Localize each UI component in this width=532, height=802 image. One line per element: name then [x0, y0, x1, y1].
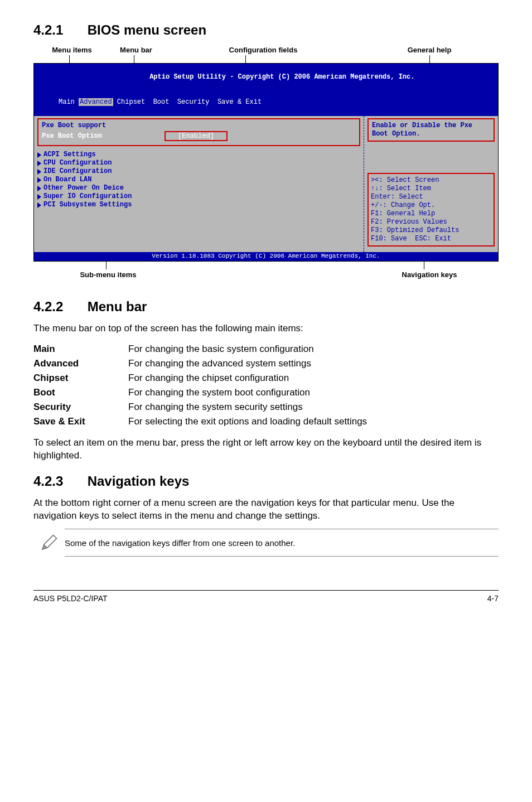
bios-tab-boot[interactable]: Boot: [153, 98, 170, 106]
table-row: MainFor changing the basic system config…: [33, 342, 367, 356]
submenu-item[interactable]: Super IO Configuration: [37, 192, 360, 201]
general-help-text: Enable or Disable the Pxe Boot Option.: [372, 122, 490, 138]
general-help-box: Enable or Disable the Pxe Boot Option.: [367, 118, 495, 142]
annot-nav-keys: Navigation keys: [362, 270, 496, 279]
bios-body: Pxe Boot support Pxe Boot Option [Enable…: [34, 116, 498, 252]
note-text: Some of the navigation keys differ from …: [65, 538, 499, 548]
annot-menu-bar: Menu bar: [108, 46, 164, 54]
bios-tab-main[interactable]: Main: [59, 98, 75, 106]
submenu-item[interactable]: Other Power On Deice: [37, 184, 360, 192]
bios-tab-chipset[interactable]: Chipset: [117, 98, 145, 106]
section-title-text: BIOS menu screen: [88, 22, 206, 37]
section-title-text: Navigation keys: [88, 474, 190, 489]
pencil-note-icon: [33, 533, 65, 553]
note-block: Some of the navigation keys differ from …: [33, 529, 499, 557]
bios-tab-advanced[interactable]: Advanced: [79, 98, 113, 106]
bios-screenshot: Aptio Setup Utility - Copyright (C) 2006…: [33, 63, 499, 262]
submenu-arrow-icon: [37, 186, 41, 191]
section-4-2-2-heading: 4.2.2 Menu bar: [33, 299, 499, 315]
footer-right: 4-7: [487, 594, 499, 603]
bios-header: Aptio Setup Utility - Copyright (C) 2006…: [34, 64, 498, 90]
footer-left: ASUS P5LD2-C/IPAT: [33, 594, 108, 603]
pxe-option-label[interactable]: Pxe Boot Option: [42, 132, 142, 141]
bios-right-pane: Enable or Disable the Pxe Boot Option. >…: [364, 116, 498, 252]
section-title-text: Menu bar: [88, 299, 147, 314]
menu-bar-table: MainFor changing the basic system config…: [33, 342, 367, 429]
submenu-item[interactable]: IDE Configuration: [37, 167, 360, 176]
annot-general-help: General help: [362, 46, 496, 54]
bios-footer: Version 1.18.1083 Copyright (C) 2006 Ame…: [34, 252, 498, 261]
submenu-arrow-icon: [37, 152, 41, 158]
section-number: 4.2.3: [33, 474, 84, 489]
submenu-item[interactable]: On Board LAN: [37, 176, 360, 184]
table-row: BootFor changing the system boot configu…: [33, 385, 367, 400]
submenu-arrow-icon: [37, 177, 41, 183]
bios-tab-bar: Main Advanced Chipset Boot Security Save…: [34, 90, 498, 116]
pxe-option-value[interactable]: [Enabled]: [165, 131, 228, 141]
menu-bar-intro: The menu bar on top of the screen has th…: [33, 322, 499, 335]
pxe-support-label: Pxe Boot support: [42, 122, 142, 130]
table-row: SecurityFor changing the system security…: [33, 400, 367, 414]
annotation-lines-top: [33, 55, 499, 63]
page-footer: ASUS P5LD2-C/IPAT 4-7: [33, 590, 499, 603]
annotation-labels-top: Menu items Menu bar Configuration fields…: [33, 46, 499, 54]
table-row: Save & ExitFor selecting the exit option…: [33, 414, 367, 429]
submenu-arrow-icon: [37, 161, 41, 166]
navigation-keys-text: ><: Select Screen ↑↓: Select Item Enter:…: [371, 176, 491, 243]
annotation-labels-bottom: Sub-menu items Navigation keys: [33, 270, 499, 279]
section-4-2-3-heading: 4.2.3 Navigation keys: [33, 474, 499, 489]
annot-config-fields: Configuration fields: [164, 46, 362, 54]
submenu-arrow-icon: [37, 169, 41, 175]
nav-keys-paragraph: At the bottom right corner of a menu scr…: [33, 497, 499, 523]
annot-menu-items: Menu items: [36, 46, 108, 54]
submenu-item[interactable]: PCI Subsystem Settings: [37, 201, 360, 209]
pxe-boot-box: Pxe Boot support Pxe Boot Option [Enable…: [37, 118, 360, 146]
submenu-arrow-icon: [37, 194, 41, 200]
table-row: AdvancedFor changing the advanced system…: [33, 356, 367, 371]
submenu-item[interactable]: ACPI Settings: [37, 151, 360, 159]
bios-submenu-list: ACPI Settings CPU Configuration IDE Conf…: [37, 151, 360, 209]
submenu-item[interactable]: CPU Configuration: [37, 159, 360, 167]
bios-tab-save-exit[interactable]: Save & Exit: [217, 98, 262, 106]
submenu-arrow-icon: [37, 202, 41, 208]
section-4-2-1-heading: 4.2.1 BIOS menu screen: [33, 22, 499, 38]
section-number: 4.2.1: [33, 22, 84, 38]
menu-bar-outro: To select an item on the menu bar, press…: [33, 437, 499, 462]
bios-tab-security[interactable]: Security: [177, 98, 210, 106]
annot-sub-menu: Sub-menu items: [36, 270, 181, 279]
section-number: 4.2.2: [33, 299, 84, 315]
bios-left-pane: Pxe Boot support Pxe Boot Option [Enable…: [34, 116, 364, 252]
table-row: ChipsetFor changing the chipset configur…: [33, 371, 367, 385]
annotation-lines-bottom: [33, 262, 499, 269]
navigation-keys-box: ><: Select Screen ↑↓: Select Item Enter:…: [367, 173, 495, 247]
